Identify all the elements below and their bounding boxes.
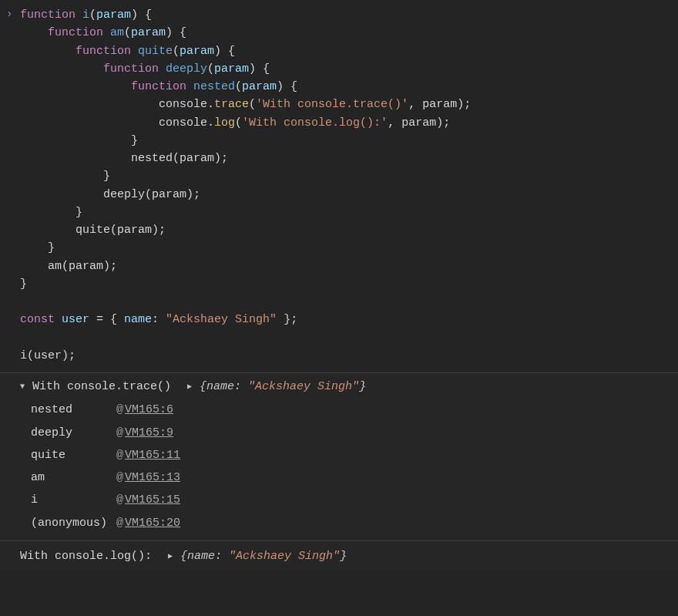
code-block: function i(param) { function am(param) {… <box>20 6 670 365</box>
stack-frame-source-link[interactable]: VM165:9 <box>125 426 173 439</box>
stack-frame-source-link[interactable]: VM165:6 <box>125 403 173 416</box>
stack-frame-function: nested <box>31 399 116 421</box>
stack-frame-at: @ <box>116 444 125 466</box>
stack-frame-function: (anonymous) <box>31 512 116 534</box>
stack-frame-at: @ <box>116 399 125 421</box>
stack-frame-source-link[interactable]: VM165:11 <box>125 449 180 462</box>
expand-trace-icon[interactable]: ▼ <box>20 381 28 393</box>
console-trace-entry: ▼ With console.trace() ▶ {name: "Ackshae… <box>0 373 678 541</box>
trace-object-preview[interactable]: {name: "Ackshaey Singh"} <box>200 378 366 396</box>
stack-frame-function: am <box>31 466 116 489</box>
trace-message: With console.trace() <box>32 378 171 396</box>
stack-frame-row: i@VM165:15 <box>31 489 190 511</box>
stack-frame-at: @ <box>116 422 125 444</box>
trace-header[interactable]: ▼ With console.trace() ▶ {name: "Ackshae… <box>20 378 670 396</box>
stack-frame-row: am@VM165:13 <box>31 466 190 489</box>
stack-frame-at: @ <box>116 466 125 489</box>
stack-frame-source-link[interactable]: VM165:20 <box>125 517 180 530</box>
stack-frame-function: i <box>31 489 116 511</box>
stack-frame-function: deeply <box>31 422 116 444</box>
log-message: With console.log(): <box>20 547 152 565</box>
expand-object-icon[interactable]: ▶ <box>187 381 195 393</box>
stack-frame-source-link[interactable]: VM165:13 <box>125 471 180 484</box>
stack-frame-at: @ <box>116 489 125 511</box>
stack-frame-row: nested@VM165:6 <box>31 399 190 421</box>
stack-frame-source-link[interactable]: VM165:15 <box>125 493 180 507</box>
console-log-entry: With console.log(): ▶ {name: "Ackshaey S… <box>0 541 678 571</box>
stack-frame-row: quite@VM165:11 <box>31 444 190 466</box>
stack-frame-row: deeply@VM165:9 <box>31 422 190 444</box>
stack-frame-at: @ <box>116 512 125 534</box>
devtools-console: › function i(param) { function am(param)… <box>0 0 678 571</box>
prompt-chevron-icon: › <box>6 6 12 23</box>
console-input-entry[interactable]: › function i(param) { function am(param)… <box>0 0 678 373</box>
stack-frame-row: (anonymous)@VM165:20 <box>31 512 190 534</box>
stack-trace-table: nested@VM165:6deeply@VM165:9quite@VM165:… <box>31 399 190 534</box>
expand-object-icon[interactable]: ▶ <box>168 550 176 563</box>
log-object-preview[interactable]: {name: "Ackshaey Singh"} <box>180 547 347 565</box>
stack-frame-function: quite <box>31 444 116 466</box>
